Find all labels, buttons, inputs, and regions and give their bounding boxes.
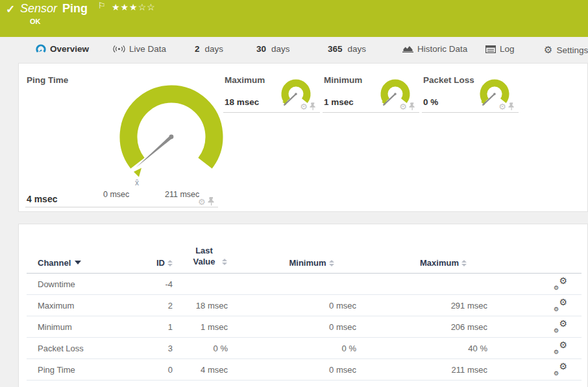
tab-settings[interactable]: ⚙ Settings bbox=[544, 44, 588, 56]
channel-settings-icon[interactable]: ⚙⚙ bbox=[554, 342, 567, 353]
channel-last-value: 1 msec bbox=[173, 322, 228, 332]
tab-settings-label: Settings bbox=[556, 45, 588, 55]
channel-name[interactable]: Downtime bbox=[27, 279, 135, 289]
table-row-minimum[interactable]: Minimum 1 1 msec 0 msec 206 msec ⚙⚙ bbox=[27, 316, 582, 338]
gauges-panel: Ping Time x̄ 0 msec 211 msec 4 msec ⚙ Ma… bbox=[18, 63, 588, 212]
table-row-packet-loss[interactable]: Packet Loss 3 0 % 0 % 40 % ⚙⚙ bbox=[27, 338, 582, 359]
gauge-icon bbox=[36, 44, 46, 54]
status-check-icon: ✓ bbox=[6, 3, 15, 16]
tab-bar: Overview Live Data 2 days 30 days 365 da… bbox=[0, 37, 588, 63]
column-header-maximum[interactable]: Maximum bbox=[356, 258, 487, 268]
main-gauge-title: Ping Time bbox=[27, 75, 68, 85]
pin-icon[interactable] bbox=[409, 102, 415, 111]
table-row-maximum[interactable]: Maximum 2 18 msec 0 msec 291 msec ⚙⚙ bbox=[27, 295, 582, 316]
live-data-icon bbox=[113, 45, 125, 53]
gauge-settings-icon[interactable]: ⚙ bbox=[300, 102, 308, 111]
tab-overview[interactable]: Overview bbox=[36, 44, 89, 54]
sort-icon[interactable] bbox=[461, 260, 467, 266]
tab-365-days-label: days bbox=[348, 44, 367, 54]
channel-maximum: 40 % bbox=[356, 344, 487, 353]
channel-settings-icon[interactable]: ⚙⚙ bbox=[554, 363, 567, 375]
mini-gauge-tools: ⚙ bbox=[498, 102, 515, 111]
channel-id: 0 bbox=[135, 365, 173, 375]
tab-2-days-label: days bbox=[205, 44, 224, 54]
average-marker-label: x̄ bbox=[135, 178, 139, 187]
channel-name[interactable]: Packet Loss bbox=[27, 344, 135, 353]
tab-365-days[interactable]: 365 days bbox=[328, 44, 366, 54]
ping-time-value: 4 msec bbox=[27, 194, 57, 204]
column-header-last-value[interactable]: Last Value bbox=[173, 246, 228, 268]
channel-minimum: 0 % bbox=[228, 344, 356, 353]
channel-maximum: 206 msec bbox=[356, 322, 487, 332]
historic-data-icon bbox=[402, 45, 413, 53]
prtg-sensor-page: ✓ Sensor Ping ⚐ ★★★☆☆ OK Overview Live D… bbox=[0, 0, 588, 387]
stars-filled[interactable]: ★★★ bbox=[112, 2, 138, 12]
sort-icon[interactable] bbox=[329, 260, 334, 266]
channel-maximum: 291 msec bbox=[356, 301, 487, 311]
tab-historic-data-label: Historic Data bbox=[417, 44, 467, 54]
tab-2-days-number: 2 bbox=[195, 44, 200, 54]
channel-table: Channel ID Last Value Minimum Maximum Do… bbox=[27, 244, 582, 381]
mini-gauge-tools: ⚙ bbox=[399, 102, 415, 111]
gauge-divider bbox=[422, 112, 519, 113]
channel-id: 1 bbox=[135, 322, 173, 332]
mini-gauge-value: 0 % bbox=[423, 97, 438, 107]
table-row-ping-time[interactable]: Ping Time 0 4 msec 0 msec 211 msec ⚙⚙ bbox=[27, 359, 582, 381]
mini-gauge-maximum: Maximum 18 msec ⚙ bbox=[223, 64, 320, 213]
pin-icon[interactable] bbox=[310, 102, 316, 111]
channel-settings-icon[interactable]: ⚙⚙ bbox=[554, 320, 567, 332]
tab-log-label: Log bbox=[500, 44, 515, 54]
sort-icon[interactable] bbox=[167, 260, 173, 266]
settings-icon: ⚙ bbox=[544, 44, 552, 56]
gauge-divider bbox=[25, 207, 218, 207]
stars-empty[interactable]: ☆☆ bbox=[138, 2, 156, 12]
tab-overview-label: Overview bbox=[50, 44, 89, 54]
flag-icon[interactable]: ⚐ bbox=[98, 1, 106, 10]
mini-gauge-minimum: Minimum 1 msec ⚙ bbox=[323, 64, 419, 213]
tab-live-data[interactable]: Live Data bbox=[113, 44, 166, 54]
sensor-name: Ping bbox=[62, 2, 88, 16]
channel-name[interactable]: Ping Time bbox=[27, 365, 135, 375]
gauge-settings-icon[interactable]: ⚙ bbox=[399, 102, 407, 111]
tab-live-data-label: Live Data bbox=[129, 44, 166, 54]
tab-30-days-number: 30 bbox=[256, 44, 266, 54]
tab-365-days-number: 365 bbox=[328, 44, 343, 54]
channel-minimum: 0 msec bbox=[228, 365, 356, 375]
mini-gauge-value: 18 msec bbox=[225, 97, 259, 107]
gauge-divider bbox=[223, 112, 320, 113]
channel-minimum: 0 msec bbox=[228, 322, 356, 332]
status-badge: OK bbox=[30, 18, 41, 25]
sort-icon[interactable] bbox=[222, 259, 227, 265]
channel-id: 2 bbox=[135, 301, 173, 311]
sensor-type-label: Sensor bbox=[20, 2, 57, 16]
channel-settings-icon[interactable]: ⚙⚙ bbox=[554, 299, 567, 311]
tab-2-days[interactable]: 2 days bbox=[195, 44, 223, 54]
main-gauge-tools: ⚙ bbox=[198, 197, 215, 206]
ping-time-gauge bbox=[116, 84, 227, 187]
tab-historic-data[interactable]: Historic Data bbox=[402, 44, 467, 54]
channel-settings-icon[interactable]: ⚙⚙ bbox=[554, 277, 567, 289]
sort-desc-icon[interactable] bbox=[75, 261, 81, 264]
priority-stars[interactable]: ★★★☆☆ bbox=[112, 2, 156, 12]
table-row-downtime[interactable]: Downtime -4 ⚙⚙ bbox=[27, 274, 582, 295]
mini-gauge-title: Packet Loss bbox=[423, 75, 474, 85]
column-header-id[interactable]: ID bbox=[135, 258, 173, 268]
channel-last-value: 0 % bbox=[173, 344, 228, 353]
column-header-minimum[interactable]: Minimum bbox=[228, 258, 356, 268]
gauge-settings-icon[interactable]: ⚙ bbox=[498, 102, 506, 111]
channel-last-value: 18 msec bbox=[173, 301, 228, 311]
pin-icon[interactable] bbox=[208, 197, 215, 206]
tab-30-days[interactable]: 30 days bbox=[256, 44, 290, 54]
tab-log[interactable]: Log bbox=[485, 44, 515, 54]
log-icon bbox=[485, 45, 496, 53]
gauge-scale-min: 0 msec bbox=[103, 190, 129, 199]
gauge-settings-icon[interactable]: ⚙ bbox=[198, 198, 206, 206]
channel-name[interactable]: Minimum bbox=[27, 322, 135, 332]
sensor-header: ✓ Sensor Ping ⚐ ★★★☆☆ OK bbox=[0, 0, 588, 37]
channel-name[interactable]: Maximum bbox=[27, 301, 135, 311]
gauge-divider bbox=[323, 112, 419, 113]
gauge-scale-max: 211 msec bbox=[165, 190, 199, 199]
pin-icon[interactable] bbox=[508, 102, 515, 111]
tab-30-days-label: days bbox=[271, 44, 290, 54]
column-header-channel[interactable]: Channel bbox=[27, 258, 135, 268]
